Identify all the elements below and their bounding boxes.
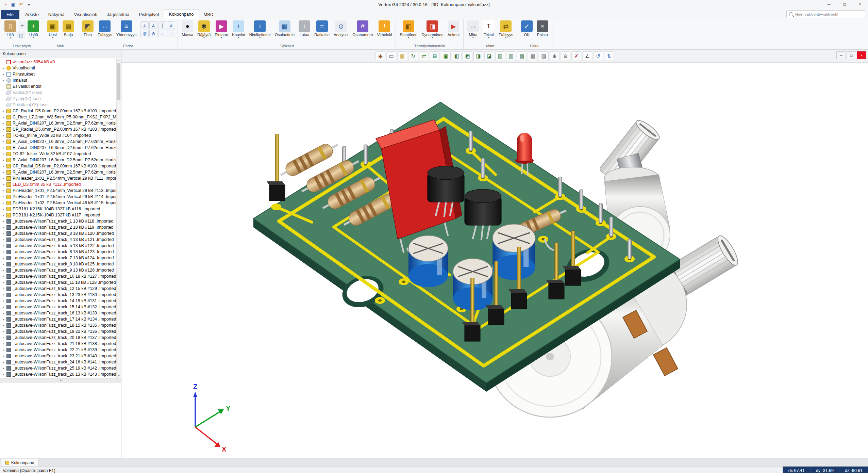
expand-chevron-icon[interactable]: ▸: [1, 256, 6, 260]
concentric-constraint-icon[interactable]: ◎: [140, 30, 149, 37]
tree-item[interactable]: ▸ _autosave-WilsonFuzz_track_8 18 kB #12…: [0, 261, 121, 267]
tree-item[interactable]: ▸ C_Rect_L7.2mm_W2.5mm_P5.00mm_FKS2_FKP2…: [0, 114, 121, 120]
item-info-button[interactable]: i Nimiketiedot ▾: [247, 20, 273, 39]
diagrams-button[interactable]: + Kaaviot ▾: [230, 20, 247, 39]
tree-item[interactable]: ▸ R_Axial_DIN0207_L6.3mm_D2.5mm_P7.62mm_…: [0, 169, 121, 175]
expand-chevron-icon[interactable]: ▸: [1, 146, 6, 149]
distance-condition-button[interactable]: ↔ Etäisyys: [96, 20, 114, 39]
tree-item[interactable]: ▸ R_Axial_DIN0207_L6.3mm_D2.5mm_P7.62mm_…: [0, 157, 121, 163]
pan-view-icon[interactable]: ⇄: [419, 51, 429, 61]
tree-item[interactable]: ▸ _autosave-WilsonFuzz_track_7 13 kB #12…: [0, 255, 121, 261]
tree-item[interactable]: ▸ _autosave-WilsonFuzz_track_5 13 kB #12…: [0, 243, 121, 249]
expand-chevron-icon[interactable]: ▸: [1, 177, 6, 180]
paste-button[interactable]: ▯ Liitä ▾: [2, 20, 18, 39]
text-button[interactable]: T Teksti ▾: [481, 20, 497, 39]
expand-chevron-icon[interactable]: ▸: [1, 115, 6, 119]
erase-icon[interactable]: ✗: [571, 51, 581, 61]
tree-item[interactable]: Esivalitut ehdot: [0, 83, 121, 89]
expand-chevron-icon[interactable]: ▸: [1, 66, 6, 70]
view-bottom-icon[interactable]: ▥: [506, 51, 516, 61]
tree-item[interactable]: ▸ _autosave-WilsonFuzz_track_4 13 kB #12…: [0, 237, 121, 243]
rotate-view-icon[interactable]: ↻: [408, 51, 418, 61]
named-views-icon[interactable]: ▧: [517, 51, 527, 61]
expand-chevron-icon[interactable]: ▸: [1, 140, 6, 143]
tree-item[interactable]: ▸ _autosave-WilsonFuzz_track_22 21 kB #1…: [0, 347, 121, 353]
tree-item[interactable]: ▸ _autosave-WilsonFuzz_track_12 15 kB #1…: [0, 286, 121, 292]
tree-item[interactable]: ▸ _autosave-WilsonFuzz_track_24 16 kB #1…: [0, 359, 121, 365]
tree-item[interactable]: ▸ PDB181-K215K-104B 1327 kB #116 .Import…: [0, 206, 121, 212]
tab-mbd[interactable]: MBD: [199, 10, 218, 19]
zoom-extents-icon[interactable]: ▣: [441, 51, 451, 61]
save-icon[interactable]: ▣: [10, 1, 17, 8]
expand-chevron-icon[interactable]: ▸: [1, 275, 6, 278]
tree-item[interactable]: Poikittain(YZ)-taso: [0, 102, 121, 108]
expand-chevron-icon[interactable]: ▸: [1, 128, 6, 131]
explode-button[interactable]: ✱ Räjäytä ▾: [195, 20, 213, 39]
tree-item[interactable]: ▸ _autosave-WilsonFuzz_track_16 13 kB #1…: [0, 310, 121, 316]
dynamic-check-button[interactable]: ◨ Dynaaminen ▾: [419, 20, 446, 39]
tab-jarjestelma[interactable]: Järjestelmä: [102, 10, 134, 19]
expand-chevron-icon[interactable]: ▸: [1, 262, 6, 266]
expand-chevron-icon[interactable]: ▸: [1, 360, 6, 364]
search-field[interactable]: [786, 10, 865, 18]
expand-chevron-icon[interactable]: ▸: [1, 121, 6, 125]
tab-nakyma[interactable]: Näkymä: [44, 10, 69, 19]
view-back-icon[interactable]: ▤: [495, 51, 505, 61]
tree-item[interactable]: ▸ _autosave-WilsonFuzz_track_14 19 kB #1…: [0, 298, 121, 304]
search-input[interactable]: [795, 12, 865, 17]
expand-chevron-icon[interactable]: ▸: [1, 330, 6, 333]
tree-item[interactable]: ▸ _autosave-WilsonFuzz_track_1 13 kB #11…: [0, 218, 121, 224]
expand-chevron-icon[interactable]: ▸: [1, 373, 6, 376]
expand-chevron-icon[interactable]: ▸: [1, 281, 6, 284]
scrollbar-thumb[interactable]: [117, 63, 120, 100]
tree-item[interactable]: Pysty(XZ)-taso: [0, 96, 121, 102]
undo-icon[interactable]: ↶: [18, 1, 24, 8]
expand-chevron-icon[interactable]: ▸: [1, 134, 6, 137]
copy-button[interactable]: ◫: [17, 31, 26, 39]
part-number-button[interactable]: # Osanumero: [350, 20, 375, 39]
3d-viewport[interactable]: ◉ ▭ ▦ ↻ ⇄ ⊞ ▣ ◧: [121, 50, 868, 458]
print-icon[interactable]: ▨: [539, 51, 549, 61]
load-button[interactable]: ↓ Lataa: [297, 20, 312, 39]
qat-dropdown-caret-icon[interactable]: ▾: [26, 1, 32, 8]
expand-chevron-icon[interactable]: ▸: [1, 195, 6, 198]
tree-item[interactable]: ▸ CP_Radial_D5.0mm_P2.00mm 167 kB #103 .…: [0, 126, 121, 132]
grid-icon[interactable]: ▦: [528, 51, 538, 61]
tree-item[interactable]: ▸ _autosave-WilsonFuzz_track_2 18 kB #11…: [0, 224, 121, 230]
tree-item[interactable]: ▸ PinHeader_1x02_P2.54mm_Vertical 48 kB …: [0, 200, 121, 206]
scroll-down-icon[interactable]: ▼: [117, 374, 121, 378]
expand-chevron-icon[interactable]: ▸: [1, 164, 6, 168]
vertex-logo-icon[interactable]: ◔: [2, 1, 9, 8]
expand-chevron-icon[interactable]: ▸: [1, 305, 6, 309]
expand-chevron-icon[interactable]: ▸: [1, 219, 6, 223]
expand-chevron-icon[interactable]: ▸: [1, 183, 6, 186]
tree-item[interactable]: ▸ PDB181-K215K-104B 1327 kB #117 .Import…: [0, 212, 121, 218]
expand-chevron-icon[interactable]: ▸: [1, 342, 6, 345]
tree-item[interactable]: ▸ _autosave-WilsonFuzz_track_9 13 kB #12…: [0, 267, 121, 273]
tree-item[interactable]: Vaaka(XY)-taso: [0, 89, 121, 96]
tree-item[interactable]: ▸ CP_Radial_D5.0mm_P2.00mm 167 kB #109 .…: [0, 163, 121, 169]
tree-item[interactable]: ▸ R_Axial_DIN0207_L6.3mm_D2.5mm_P7.62mm_…: [0, 145, 121, 151]
minimize-button[interactable]: ─: [821, 0, 837, 9]
tree-item[interactable]: ▸ _autosave-WilsonFuzz_track_13 23 kB #1…: [0, 292, 121, 298]
zoom-out-icon[interactable]: ⊖: [561, 51, 570, 61]
pin-icon[interactable]: ◉: [375, 51, 385, 61]
tree-scrollbar[interactable]: ▲ ▼: [116, 58, 121, 378]
expand-chevron-icon[interactable]: ▸: [1, 268, 6, 272]
swap-icon[interactable]: ⇅: [604, 51, 614, 61]
close-button[interactable]: ×: [852, 0, 868, 9]
tree-item[interactable]: ▸ R_Axial_DIN0207_L6.3mm_D2.5mm_P7.62mm_…: [0, 120, 121, 126]
expand-chevron-icon[interactable]: ▸: [1, 299, 6, 303]
tree-item[interactable]: ▸ TO-92_Inline_Wide 32 kB #104 .Imported: [0, 132, 121, 138]
tree-item[interactable]: ▸ _autosave-WilsonFuzz_track_17 14 kB #1…: [0, 316, 121, 322]
animate-button[interactable]: ▶ Animoi: [446, 20, 462, 39]
exit-button[interactable]: × Poistu: [535, 20, 550, 39]
expand-chevron-icon[interactable]: ▸: [1, 226, 6, 229]
tree-item[interactable]: ▸ _autosave-WilsonFuzz_track_18 15 kB #1…: [0, 322, 121, 328]
analyze-button[interactable]: ⊙ Analysoi: [332, 20, 350, 39]
expand-chevron-icon[interactable]: ▸: [1, 250, 6, 254]
viewport-restore-button[interactable]: □: [847, 51, 856, 59]
panel-splitter[interactable]: ◂: [0, 378, 121, 382]
series-button[interactable]: ▦ Sarja: [61, 20, 76, 39]
expand-chevron-icon[interactable]: ▸: [1, 287, 6, 290]
